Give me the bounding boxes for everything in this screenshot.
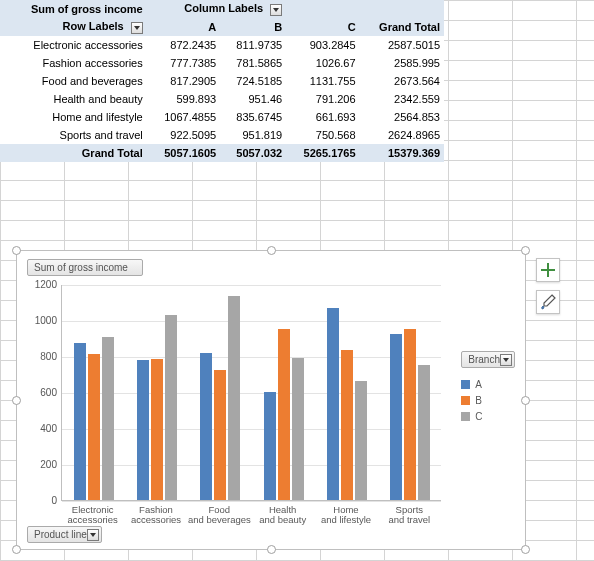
pivot-value-field: Sum of gross income bbox=[0, 0, 147, 18]
resize-handle[interactable] bbox=[12, 396, 21, 405]
chart-value-field-chip[interactable]: Sum of gross income bbox=[27, 259, 143, 276]
chart-legend-field-chip[interactable]: Branch bbox=[461, 351, 515, 368]
pivot-header-row-2: Row Labels A B C Grand Total bbox=[0, 18, 444, 36]
chart-bar bbox=[355, 381, 367, 500]
pivot-col-C: C bbox=[286, 18, 359, 36]
chart-xtick: Fashionaccessories bbox=[124, 505, 187, 526]
chart-bar bbox=[404, 329, 416, 500]
chart-bar bbox=[228, 296, 240, 500]
grand-total-label: Grand Total bbox=[0, 144, 147, 162]
chart-ytick: 1000 bbox=[23, 315, 57, 326]
pivot-col-A: A bbox=[147, 18, 220, 36]
row-label: Home and lifestyle bbox=[0, 108, 147, 126]
pivot-col-B: B bbox=[220, 18, 286, 36]
chart-plot-area bbox=[61, 285, 441, 501]
dropdown-icon[interactable] bbox=[500, 354, 512, 366]
chart-bar bbox=[292, 358, 304, 500]
table-row: Home and lifestyle1067.4855835.6745661.6… bbox=[0, 108, 444, 126]
resize-handle[interactable] bbox=[267, 545, 276, 554]
chart-ytick: 200 bbox=[23, 459, 57, 470]
table-row: Health and beauty599.893951.46791.206234… bbox=[0, 90, 444, 108]
chart-legend: Branch A B C bbox=[461, 351, 515, 427]
chart-bar bbox=[418, 365, 430, 500]
chart-axis-field-chip[interactable]: Product line bbox=[27, 526, 102, 543]
resize-handle[interactable] bbox=[12, 246, 21, 255]
legend-item: C bbox=[461, 411, 515, 422]
chart-legend-field-text: Branch bbox=[468, 354, 500, 365]
legend-label: A bbox=[475, 379, 482, 390]
chart-bar bbox=[278, 329, 290, 500]
pivot-grand-total-row: Grand Total 5057.1605 5057.032 5265.1765… bbox=[0, 144, 444, 162]
table-row: Sports and travel922.5095951.819750.5682… bbox=[0, 126, 444, 144]
chart-ytick: 400 bbox=[23, 423, 57, 434]
chart-bar bbox=[341, 350, 353, 500]
chart-gridline bbox=[62, 357, 441, 358]
chart-axis-field-text: Product line bbox=[34, 529, 87, 540]
table-row: Electronic accessories872.2435811.973590… bbox=[0, 36, 444, 54]
dropdown-icon[interactable] bbox=[270, 4, 282, 16]
chart-xtick: Foodand beverages bbox=[188, 505, 251, 526]
legend-item: B bbox=[461, 395, 515, 406]
chart-gridline bbox=[62, 321, 441, 322]
row-label: Electronic accessories bbox=[0, 36, 147, 54]
legend-item: A bbox=[461, 379, 515, 390]
row-label: Fashion accessories bbox=[0, 54, 147, 72]
chart-bar bbox=[214, 370, 226, 500]
dropdown-icon[interactable] bbox=[87, 529, 99, 541]
pivot-column-field[interactable]: Column Labels bbox=[147, 0, 286, 18]
chart-xtick: Electronicaccessories bbox=[61, 505, 124, 526]
chart-value-field-text: Sum of gross income bbox=[34, 262, 128, 273]
legend-label: B bbox=[475, 395, 482, 406]
chart-ytick: 600 bbox=[23, 387, 57, 398]
chart-bar bbox=[327, 308, 339, 500]
chart-bar bbox=[390, 334, 402, 500]
chart-gridline bbox=[62, 393, 441, 394]
chart-bar bbox=[74, 343, 86, 500]
legend-swatch bbox=[461, 396, 470, 405]
resize-handle[interactable] bbox=[521, 396, 530, 405]
resize-handle[interactable] bbox=[521, 246, 530, 255]
chart-xtick: Healthand beauty bbox=[251, 505, 314, 526]
chart-bar bbox=[151, 359, 163, 500]
table-row: Fashion accessories777.7385781.58651026.… bbox=[0, 54, 444, 72]
chart-xtick: Homeand lifestyle bbox=[314, 505, 377, 526]
chart-bar bbox=[165, 315, 177, 500]
chart-bar bbox=[264, 392, 276, 500]
pivot-chart[interactable]: Sum of gross income Branch A B C Product… bbox=[16, 250, 526, 550]
brush-icon bbox=[540, 294, 556, 310]
table-row: Food and beverages817.2905724.51851131.7… bbox=[0, 72, 444, 90]
chart-bar bbox=[200, 353, 212, 500]
row-label: Food and beverages bbox=[0, 72, 147, 90]
chart-ytick: 0 bbox=[23, 495, 57, 506]
resize-handle[interactable] bbox=[267, 246, 276, 255]
pivot-value-field-label: Sum of gross income bbox=[31, 3, 143, 15]
row-label: Sports and travel bbox=[0, 126, 147, 144]
legend-label: C bbox=[475, 411, 482, 422]
chart-gridline bbox=[62, 429, 441, 430]
chart-gridline bbox=[62, 501, 441, 502]
chart-ytick: 800 bbox=[23, 351, 57, 362]
chart-gridline bbox=[62, 465, 441, 466]
resize-handle[interactable] bbox=[12, 545, 21, 554]
plus-icon bbox=[547, 263, 549, 277]
chart-bar bbox=[137, 360, 149, 500]
resize-handle[interactable] bbox=[521, 545, 530, 554]
chart-xtick: Sportsand travel bbox=[378, 505, 441, 526]
chart-elements-button[interactable] bbox=[536, 258, 560, 282]
pivot-grand-total-col: Grand Total bbox=[360, 18, 444, 36]
pivot-header-row-1: Sum of gross income Column Labels bbox=[0, 0, 444, 18]
chart-bar bbox=[88, 354, 100, 500]
pivot-row-field[interactable]: Row Labels bbox=[0, 18, 147, 36]
pivot-row-field-label: Row Labels bbox=[63, 20, 124, 32]
chart-ytick: 1200 bbox=[23, 279, 57, 290]
chart-styles-button[interactable] bbox=[536, 290, 560, 314]
legend-swatch bbox=[461, 412, 470, 421]
chart-bar bbox=[102, 337, 114, 500]
pivot-table: Sum of gross income Column Labels Row La… bbox=[0, 0, 444, 162]
dropdown-icon[interactable] bbox=[131, 22, 143, 34]
pivot-column-field-label: Column Labels bbox=[184, 2, 263, 14]
chart-gridline bbox=[62, 285, 441, 286]
row-label: Health and beauty bbox=[0, 90, 147, 108]
legend-swatch bbox=[461, 380, 470, 389]
